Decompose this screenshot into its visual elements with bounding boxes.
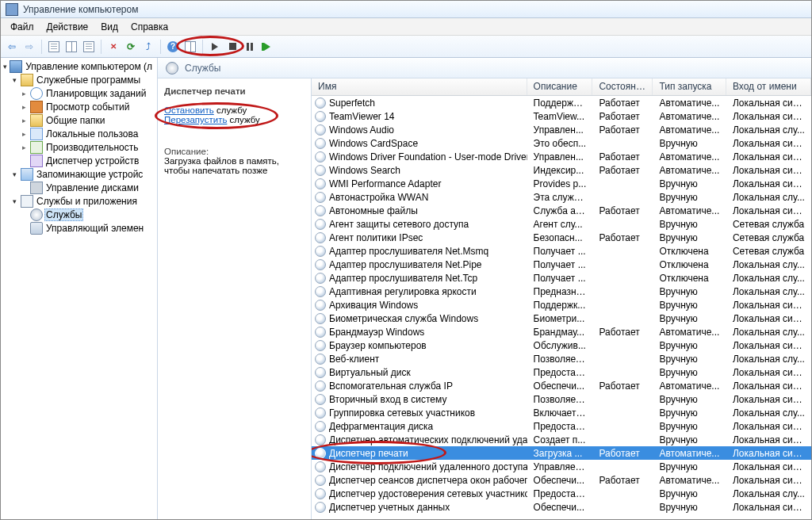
service-row[interactable]: Диспетчер печатиЗагрузка ...РаботаетАвто… [312, 446, 811, 460]
gear-icon [315, 219, 326, 230]
tree-services-apps[interactable]: Службы и приложения [1, 194, 157, 208]
service-row[interactable]: Дефрагментация дискаПредостав...ВручнуюЛ… [312, 419, 811, 433]
pause-icon [247, 43, 253, 51]
tree-storage[interactable]: Запоминающие устройс [1, 167, 157, 181]
gear-icon [315, 232, 326, 243]
restart-service-link[interactable]: Перезапустить [164, 115, 227, 124]
tree-wmi-control[interactable]: Управляющий элемен [1, 221, 157, 235]
tree-label: Общие папки [44, 115, 106, 126]
service-row[interactable]: Вторичный вход в системуПозволяет...Вруч… [312, 392, 811, 406]
menu-action[interactable]: Действие [40, 19, 95, 35]
service-row[interactable]: Биометрическая служба WindowsБиометри...… [312, 312, 811, 325]
service-row[interactable]: Вспомогательная служба IPОбеспечи...Рабо… [312, 379, 811, 392]
service-row[interactable]: Windows Driver Foundation - User-mode Dr… [312, 150, 811, 163]
service-row[interactable]: Виртуальный дискПредостав...ВручнуюЛокал… [312, 365, 811, 379]
restart-service-button[interactable] [259, 39, 275, 55]
tree-local-users[interactable]: Локальные пользова [1, 127, 157, 140]
app-icon [6, 3, 18, 16]
col-logon[interactable]: Вход от имени [726, 78, 811, 95]
service-row[interactable]: Адаптер прослушивателя Net.MsmqПолучает … [312, 244, 811, 258]
stop-service-button[interactable] [224, 39, 240, 55]
show-hide-tree-button[interactable] [46, 39, 62, 55]
expand-icon[interactable] [20, 116, 29, 124]
pause-service-button[interactable] [242, 39, 258, 55]
service-row[interactable]: Агент политики IPsecБезопасн...РаботаетВ… [312, 231, 811, 244]
service-startup: Автоматиче... [653, 475, 726, 486]
service-row[interactable]: TeamViewer 14TeamView...РаботаетАвтомати… [312, 109, 811, 123]
layout-button[interactable] [182, 39, 198, 55]
expand-icon[interactable] [20, 129, 29, 138]
properties-button[interactable] [63, 39, 79, 55]
service-row[interactable]: Windows CardSpaceЭто обесп...ВручнуюЛока… [312, 136, 811, 150]
tree-device-manager[interactable]: Диспетчер устройств [1, 154, 157, 167]
stop-service-link[interactable]: Остановить [164, 105, 214, 115]
tree-performance[interactable]: Производительность [1, 140, 157, 154]
service-row[interactable]: Диспетчер учетных данныхОбеспечи...Вручн… [312, 500, 811, 514]
export-list-button[interactable] [81, 39, 97, 55]
service-logon: Локальная сис... [726, 475, 811, 486]
refresh-button[interactable] [123, 39, 139, 55]
help-button[interactable] [165, 39, 181, 55]
tree-root[interactable]: Управление компьютером (л [1, 59, 157, 73]
service-row[interactable]: Диспетчер удостоверения сетевых участник… [312, 487, 811, 500]
service-row[interactable]: Брандмауэр WindowsБрандмау...РаботаетАвт… [312, 325, 811, 338]
service-row[interactable]: Адаптер прослушивателя Net.TcpПолучает .… [312, 271, 811, 285]
service-name: Автономные файлы [329, 205, 418, 216]
service-logon: Локальная сис... [726, 205, 811, 216]
gear-icon [315, 165, 326, 176]
services-list[interactable]: Имя Описание Состояние Тип запуска Вход … [312, 78, 811, 519]
content-header: Службы [158, 58, 811, 78]
service-logon: Локальная сис... [726, 434, 811, 445]
expand-icon[interactable] [20, 143, 29, 151]
tree-task-scheduler[interactable]: Планировщик заданий [1, 86, 157, 100]
expand-icon[interactable] [2, 62, 8, 71]
col-state[interactable]: Состояние [592, 78, 653, 95]
service-description: Агент слу... [527, 219, 593, 230]
service-logon: Локальная сис... [726, 111, 811, 122]
service-row[interactable]: Автонастройка WWANЭта служб...ВручнуюЛок… [312, 190, 811, 204]
service-row[interactable]: Автономные файлыСлужба ав...РаботаетАвто… [312, 204, 811, 217]
tree-event-viewer[interactable]: Просмотр событий [1, 100, 157, 113]
detail-service-name: Диспетчер печати [164, 86, 304, 96]
col-name[interactable]: Имя [312, 78, 527, 95]
service-row[interactable]: SuperfetchПоддержи...РаботаетАвтоматиче.… [312, 96, 811, 109]
tree-shared-folders[interactable]: Общие папки [1, 113, 157, 127]
service-row[interactable]: Адаптер прослушивателя Net.PipeПолучает … [312, 258, 811, 271]
expand-icon[interactable] [20, 89, 29, 98]
menu-view[interactable]: Вид [94, 19, 124, 35]
expand-icon[interactable] [10, 170, 19, 178]
service-row[interactable]: Группировка сетевых участниковВключает .… [312, 406, 811, 419]
delete-button[interactable] [105, 39, 121, 55]
service-row[interactable]: Диспетчер подключений удаленного доступа… [312, 460, 811, 473]
stop-icon [229, 43, 236, 50]
expand-icon[interactable] [20, 102, 29, 111]
service-row[interactable]: Windows SearchИндексир...РаботаетАвтомат… [312, 163, 811, 177]
col-description[interactable]: Описание [527, 78, 593, 95]
forward-button[interactable] [21, 39, 37, 55]
service-row[interactable]: Диспетчер автоматических подключений уда… [312, 433, 811, 446]
tree-system-tools[interactable]: Служебные программы [1, 73, 157, 86]
service-logon: Сетевая служба [726, 246, 811, 257]
service-row[interactable]: Агент защиты сетевого доступаАгент слу..… [312, 217, 811, 231]
menu-file[interactable]: Файл [4, 19, 40, 35]
service-logon: Локальная сис... [726, 165, 811, 176]
tree-disk-management[interactable]: Управление дисками [1, 181, 157, 194]
start-service-button[interactable] [207, 39, 223, 55]
service-row[interactable]: Браузер компьютеровОбслужив...ВручнуюЛок… [312, 338, 811, 352]
service-row[interactable]: Диспетчер сеансов диспетчера окон рабоче… [312, 473, 811, 487]
expand-icon[interactable] [10, 197, 19, 205]
expand-icon[interactable] [10, 75, 19, 84]
back-button[interactable] [4, 39, 20, 55]
export-button[interactable] [140, 39, 156, 55]
service-row[interactable]: WMI Performance AdapterProvides p...Вруч… [312, 177, 811, 190]
menu-help[interactable]: Справка [124, 19, 174, 35]
service-row[interactable]: Архивация WindowsПоддержк...ВручнуюЛокал… [312, 298, 811, 312]
gear-icon [166, 62, 178, 75]
service-row[interactable]: Windows AudioУправлен...РаботаетАвтомати… [312, 123, 811, 136]
col-startup[interactable]: Тип запуска [653, 78, 726, 95]
tree-pane[interactable]: Управление компьютером (л Служебные прог… [1, 58, 158, 519]
service-row[interactable]: Адаптивная регулировка яркостиПредназна.… [312, 285, 811, 298]
service-row[interactable]: Веб-клиентПозволяет...ВручнуюЛокальная с… [312, 352, 811, 365]
tree-services[interactable]: Службы [1, 208, 157, 221]
service-logon: Локальная сис... [726, 300, 811, 311]
